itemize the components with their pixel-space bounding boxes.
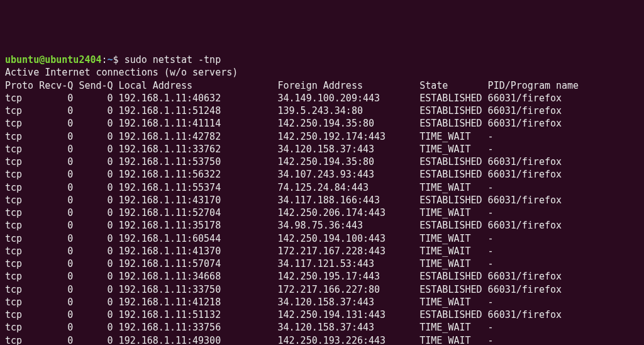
- connection-row: tcp 0 0 192.168.1.11:56322 34.107.243.93…: [5, 168, 639, 181]
- prompt-path: ~: [108, 54, 113, 65]
- prompt-colon: :: [102, 54, 108, 65]
- terminal-output[interactable]: ubuntu@ubuntu2404:~$ sudo netstat -tnpAc…: [5, 54, 639, 345]
- connection-row: tcp 0 0 192.168.1.11:51132 142.250.194.1…: [5, 308, 639, 321]
- connection-row: tcp 0 0 192.168.1.11:41218 34.120.158.37…: [5, 296, 639, 308]
- command-text: sudo netstat -tnp: [125, 54, 221, 65]
- connection-row: tcp 0 0 192.168.1.11:41114 142.250.194.3…: [5, 117, 639, 130]
- connections-header: Active Internet connections (w/o servers…: [5, 66, 639, 79]
- connection-row: tcp 0 0 192.168.1.11:51248 139.5.243.34:…: [5, 105, 639, 117]
- connection-row: tcp 0 0 192.168.1.11:35178 34.98.75.36:4…: [5, 219, 639, 232]
- connection-row: tcp 0 0 192.168.1.11:42782 142.250.192.1…: [5, 130, 639, 143]
- connection-row: tcp 0 0 192.168.1.11:53750 142.250.194.3…: [5, 156, 639, 168]
- connection-row: tcp 0 0 192.168.1.11:43170 34.117.188.16…: [5, 194, 639, 206]
- prompt-user-host: ubuntu@ubuntu2404: [5, 54, 102, 65]
- column-headers: Proto Recv-Q Send-Q Local Address Foreig…: [5, 79, 639, 92]
- connection-row: tcp 0 0 192.168.1.11:33756 34.120.158.37…: [5, 321, 639, 334]
- connection-row: tcp 0 0 192.168.1.11:33750 172.217.166.2…: [5, 283, 639, 296]
- connection-row: tcp 0 0 192.168.1.11:55374 74.125.24.84:…: [5, 181, 639, 194]
- connection-row: tcp 0 0 192.168.1.11:41370 172.217.167.2…: [5, 245, 639, 257]
- connection-row: tcp 0 0 192.168.1.11:52704 142.250.206.1…: [5, 206, 639, 219]
- connection-row: tcp 0 0 192.168.1.11:49300 142.250.193.2…: [5, 334, 639, 346]
- prompt-dollar: $: [113, 54, 125, 65]
- connection-row: tcp 0 0 192.168.1.11:33762 34.120.158.37…: [5, 143, 639, 156]
- connection-row: tcp 0 0 192.168.1.11:34668 142.250.195.1…: [5, 270, 639, 283]
- connection-row: tcp 0 0 192.168.1.11:57074 34.117.121.53…: [5, 257, 639, 270]
- connection-row: tcp 0 0 192.168.1.11:40632 34.149.100.20…: [5, 92, 639, 105]
- prompt-line: ubuntu@ubuntu2404:~$ sudo netstat -tnp: [5, 54, 639, 66]
- connection-row: tcp 0 0 192.168.1.11:60544 142.250.194.1…: [5, 232, 639, 245]
